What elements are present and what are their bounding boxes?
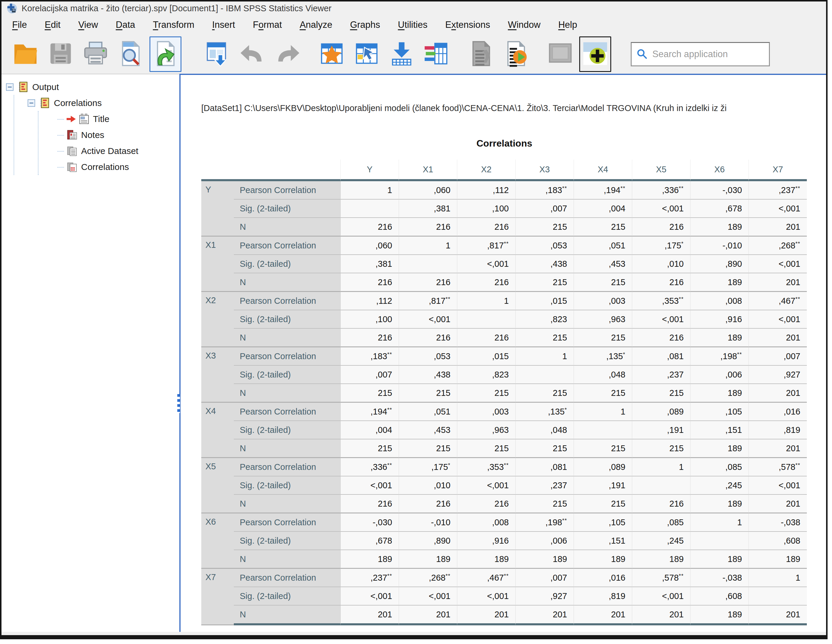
significance-marker: ** [620,185,626,191]
table-row: N215215215215215215189201 [201,439,807,458]
table-cell: 189 [690,218,749,237]
table-cell: ,100 [340,310,399,328]
table-cell: 201 [574,606,632,625]
tree-connector [58,167,64,168]
designate-window-button[interactable] [579,37,611,72]
pivot-table-title: Correlations [201,138,808,149]
open-file-button[interactable] [10,37,42,72]
corner-cell [201,160,234,181]
table-cell: ,678 [340,532,399,550]
print-preview-button[interactable] [115,37,147,72]
menu-data[interactable]: Data [107,17,144,32]
table-cell: ,007 [340,366,399,384]
table-cell: 201 [399,606,457,625]
outline-item-correlations[interactable]: Correlations [27,95,179,111]
table-cell: ,112 [340,292,399,310]
table-cell: 215 [574,218,632,237]
output-content-pane[interactable]: [DataSet1] C:\Users\FKBV\Desktop\Uporabl… [179,74,826,632]
significance-marker: ** [679,296,684,302]
export-icon [152,40,179,68]
table-cell: ,191 [574,476,632,495]
corr-table-icon [66,161,78,173]
menu-transform[interactable]: Transform [144,17,203,32]
significance-marker: ** [445,296,451,302]
tree-connector [58,151,64,152]
outline-pane[interactable]: OutputCorrelationsTitleNotesActive Datas… [2,74,179,632]
stat-label: Pearson Correlation [234,181,340,200]
table-cell: ,006 [690,366,749,384]
table-cell: ,004 [340,421,399,439]
search-input[interactable] [652,48,762,60]
correlations-pivot-table[interactable]: YX1X2X3X4X5X6X7YPearson Correlation1,060… [201,160,807,625]
collapse-toggle[interactable] [27,99,35,107]
table-cell: -,030 [690,181,749,200]
outline-item-title[interactable]: Title [58,111,179,127]
table-row: Sig. (2-tailed),678,890,916,006,151,245,… [201,532,807,550]
table-cell: 1 [690,513,749,532]
menu-help[interactable]: Help [549,17,586,32]
dataset-icon [66,145,78,157]
table-cell: ,183** [515,181,574,200]
menu-edit[interactable]: Edit [36,17,69,32]
menu-window[interactable]: Window [499,17,549,32]
table-cell: ,245 [632,532,690,550]
outline-item-output[interactable]: Output [6,79,179,95]
menu-extensions[interactable]: Extensions [436,17,499,32]
menu-format[interactable]: Format [244,17,291,32]
stat-label: Pearson Correlation [234,458,340,476]
outline-item-active-dataset[interactable]: Active Dataset [58,143,179,159]
recall-dialogs-icon [204,40,231,68]
table-cell: 1 [632,458,690,476]
recall-dialogs-button[interactable] [202,37,234,72]
table-cell: 216 [399,495,457,513]
table-cell: ,008 [690,292,749,310]
run-script-button[interactable] [500,37,532,72]
menu-analyze[interactable]: Analyze [291,17,341,32]
significance-marker: * [682,240,684,247]
table-row: Sig. (2-tailed),100<,001,823,963<,001,91… [201,310,807,328]
table-cell: 216 [399,218,457,237]
outline-item-correlations[interactable]: Correlations [58,159,179,175]
outline-item-notes[interactable]: Notes [58,127,179,143]
table-cell: 216 [632,273,690,292]
table-cell: 216 [457,273,515,292]
significance-marker: ** [504,462,509,468]
table-cell: ,237** [340,569,399,587]
goto-variable-button[interactable] [386,37,418,72]
table-cell: ,016 [574,569,632,587]
stat-label: Pearson Correlation [234,569,340,587]
table-cell: 201 [749,328,807,347]
table-cell: ,927 [515,587,574,606]
table-cell: 201 [632,606,690,625]
table-cell: <,001 [749,255,807,273]
goto-data-button[interactable] [316,37,348,72]
table-cell [632,476,690,495]
menu-graphs[interactable]: Graphs [341,17,389,32]
table-cell: ,353** [632,292,690,310]
table-cell: ,467** [457,569,515,587]
redo-button [271,37,303,72]
table-cell: ,007 [749,347,807,366]
collapse-toggle[interactable] [6,83,14,91]
variables-button[interactable] [421,37,453,72]
goto-case-button[interactable] [351,37,383,72]
output-book-icon [39,97,51,109]
menu-view[interactable]: View [69,17,107,32]
table-cell: ,085 [690,458,749,476]
print-button[interactable] [80,37,112,72]
table-row: X6Pearson Correlation-,030-,010,008,198*… [201,513,807,532]
column-header-x5: X5 [632,160,690,181]
correlations-output[interactable]: Correlations YX1X2X3X4X5X6X7YPearson Cor… [201,138,808,632]
table-cell: ,336** [632,181,690,200]
export-button[interactable] [149,37,181,72]
menu-utilities[interactable]: Utilities [389,17,436,32]
pane-splitter[interactable] [177,394,180,413]
table-cell: ,194** [574,181,632,200]
table-cell: 201 [340,606,399,625]
goto-data-icon [318,40,346,68]
table-cell: 216 [457,495,515,513]
menu-file[interactable]: File [3,17,36,32]
table-cell: ,151 [690,421,749,439]
search-box[interactable] [631,42,770,66]
menu-insert[interactable]: Insert [203,17,244,32]
